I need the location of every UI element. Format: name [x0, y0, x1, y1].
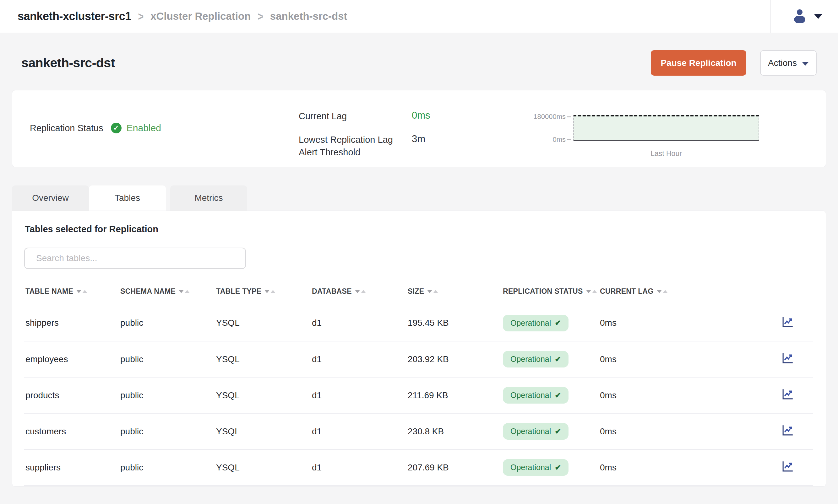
tab-tables[interactable]: Tables — [89, 185, 166, 211]
current-lag-value: 0ms — [412, 110, 430, 123]
view-lag-chart-button[interactable] — [781, 352, 795, 366]
cell-table-type: YSQL — [215, 305, 311, 341]
check-icon — [555, 319, 561, 327]
column-header-current-lag[interactable]: CURRENT LAG — [599, 278, 702, 305]
pause-replication-button[interactable]: Pause Replication — [651, 50, 746, 76]
cell-table-type: YSQL — [215, 377, 311, 413]
tab-overview[interactable]: Overview — [12, 185, 89, 211]
cell-current-lag: 0ms — [599, 305, 702, 341]
current-lag-label: Current Lag — [299, 110, 396, 123]
cell-current-lag: 0ms — [599, 449, 702, 485]
column-header-schema-name[interactable]: SCHEMA NAME — [119, 278, 215, 305]
check-icon — [555, 463, 561, 472]
cell-current-lag: 0ms — [599, 413, 702, 449]
cell-database: d1 — [311, 305, 406, 341]
check-icon — [555, 427, 561, 436]
view-lag-chart-button[interactable] — [781, 316, 795, 329]
page-title: sanketh-src-dst — [21, 56, 115, 70]
top-nav-bar: sanketh-xcluster-src1 > xCluster Replica… — [0, 0, 838, 33]
replication-status-label: Replication Status — [30, 123, 103, 133]
column-header-size[interactable]: SIZE — [406, 278, 502, 305]
cell-size: 230.8 KB — [406, 413, 502, 449]
chevron-down-icon — [814, 14, 822, 19]
cell-schema-name: public — [119, 377, 215, 413]
table-row: employees public YSQL d1 203.92 KB Opera… — [24, 341, 813, 377]
cell-size: 195.45 KB — [406, 305, 502, 341]
breadcrumb-section[interactable]: xCluster Replication — [151, 10, 251, 22]
user-menu[interactable] — [791, 7, 825, 26]
status-badge: Operational — [503, 423, 569, 440]
replication-status-value: Enabled — [126, 123, 161, 133]
breadcrumb: sanketh-xcluster-src1 > xCluster Replica… — [18, 10, 347, 23]
axis-tick — [567, 139, 571, 140]
column-header-table-name[interactable]: TABLE NAME — [24, 278, 119, 305]
sort-icon — [657, 290, 668, 293]
lag-mini-chart: 180000ms 0ms Last Hour — [573, 115, 759, 158]
search-tables-input[interactable] — [24, 248, 246, 269]
sort-icon — [179, 290, 190, 293]
cell-table-name: products — [24, 377, 119, 413]
status-badge: Operational — [503, 351, 569, 367]
actions-button-label: Actions — [768, 58, 797, 68]
lag-chart-y-min-label: 0ms — [516, 136, 566, 144]
cell-schema-name: public — [119, 305, 215, 341]
lag-chart-x-label: Last Hour — [573, 149, 759, 158]
chevron-right-icon: > — [138, 10, 144, 23]
cell-current-lag: 0ms — [599, 341, 702, 377]
view-lag-chart-button[interactable] — [781, 388, 795, 402]
table-row: suppliers public YSQL d1 207.69 KB Opera… — [24, 449, 813, 485]
tab-bar: Overview Tables Metrics — [12, 185, 826, 211]
table-row: customers public YSQL d1 230.8 KB Operat… — [24, 413, 813, 449]
lag-threshold-value: 3m — [412, 133, 430, 159]
user-icon — [791, 7, 808, 26]
cell-table-name: employees — [24, 341, 119, 377]
check-icon — [555, 391, 561, 400]
chevron-right-icon: > — [258, 10, 263, 23]
lag-chart-plot-area: 180000ms 0ms — [573, 115, 759, 141]
replication-status-card: Replication Status Enabled Current Lag 0… — [12, 90, 826, 167]
cell-size: 207.69 KB — [406, 449, 502, 485]
tables-panel: Tables selected for Replication TABLE NA… — [12, 211, 826, 487]
view-lag-chart-button[interactable] — [781, 460, 795, 474]
sort-icon — [264, 290, 276, 293]
table-header-row: TABLE NAME SCHEMA NAME TABLE TYPE DATABA… — [24, 278, 813, 305]
actions-dropdown-button[interactable]: Actions — [760, 50, 817, 76]
view-lag-chart-button[interactable] — [781, 424, 795, 438]
chevron-down-icon — [802, 62, 809, 66]
check-circle-icon — [111, 123, 122, 133]
axis-tick — [567, 116, 571, 118]
tab-metrics[interactable]: Metrics — [170, 185, 247, 211]
table-row: shippers public YSQL d1 195.45 KB Operat… — [24, 305, 813, 341]
cell-table-name: shippers — [24, 305, 119, 341]
tables-panel-heading: Tables selected for Replication — [25, 224, 813, 234]
column-header-replication-status[interactable]: REPLICATION STATUS — [502, 278, 599, 305]
header-divider — [770, 0, 771, 33]
cell-table-type: YSQL — [215, 413, 311, 449]
cell-schema-name: public — [119, 413, 215, 449]
column-header-database[interactable]: DATABASE — [311, 278, 406, 305]
table-row: products public YSQL d1 211.69 KB Operat… — [24, 377, 813, 413]
cell-current-lag: 0ms — [599, 377, 702, 413]
column-header-actions — [702, 278, 813, 305]
status-badge: Operational — [503, 459, 569, 476]
cell-schema-name: public — [119, 449, 215, 485]
breadcrumb-current: sanketh-src-dst — [270, 10, 347, 22]
cell-database: d1 — [311, 449, 406, 485]
cell-table-name: customers — [24, 413, 119, 449]
cell-table-type: YSQL — [215, 341, 311, 377]
cell-size: 203.92 KB — [406, 341, 502, 377]
sort-icon — [427, 290, 438, 293]
sort-icon — [586, 290, 597, 293]
cell-table-name: suppliers — [24, 449, 119, 485]
sort-icon — [76, 290, 87, 293]
status-badge: Operational — [503, 315, 569, 331]
lag-threshold-label: Lowest Replication Lag Alert Threshold — [299, 133, 396, 159]
cell-database: d1 — [311, 341, 406, 377]
cell-database: d1 — [311, 377, 406, 413]
column-header-table-type[interactable]: TABLE TYPE — [215, 278, 311, 305]
cell-schema-name: public — [119, 341, 215, 377]
breadcrumb-universe[interactable]: sanketh-xcluster-src1 — [18, 10, 131, 23]
lag-chart-y-max-label: 180000ms — [516, 113, 566, 121]
status-badge: Operational — [503, 387, 569, 403]
replication-tables-table: TABLE NAME SCHEMA NAME TABLE TYPE DATABA… — [24, 278, 813, 486]
